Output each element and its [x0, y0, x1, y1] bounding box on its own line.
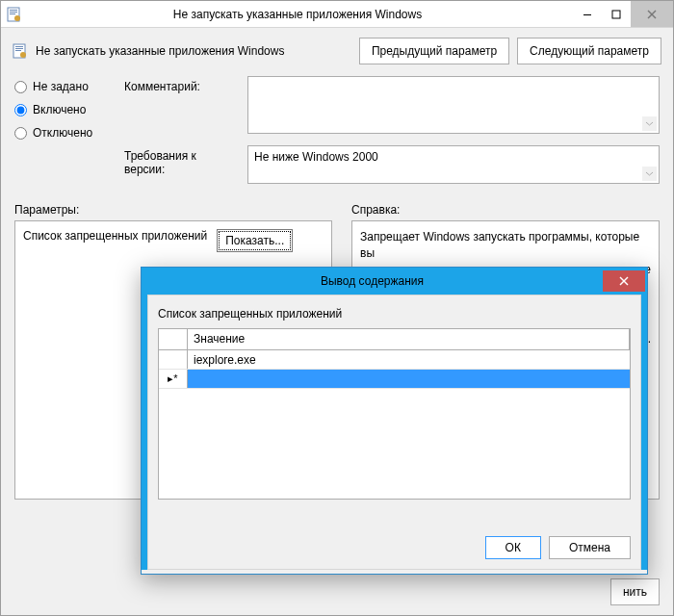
- radio-not-configured-label: Не задано: [33, 80, 89, 93]
- svg-rect-1: [10, 10, 17, 11]
- grid-header: Значение: [159, 329, 630, 350]
- comment-label: Комментарий:: [124, 76, 236, 93]
- params-caption: Список запрещенных приложений: [23, 229, 207, 243]
- grid-rowhead-corner: [159, 329, 188, 349]
- svg-rect-10: [15, 46, 23, 47]
- cancel-button[interactable]: Отмена: [549, 536, 631, 559]
- apply-button[interactable]: нить: [610, 578, 660, 605]
- svg-rect-2: [10, 12, 17, 13]
- policy-icon: [7, 7, 22, 22]
- svg-rect-5: [583, 14, 591, 15]
- radio-disabled[interactable]: Отключено: [14, 126, 111, 140]
- policy-header-icon: [13, 43, 28, 59]
- show-contents-dialog: Вывод содержания Список запрещенных прил…: [141, 267, 648, 575]
- prev-setting-button[interactable]: Предыдущий параметр: [359, 38, 509, 64]
- close-button[interactable]: [631, 1, 673, 27]
- radio-not-configured-input[interactable]: [14, 81, 27, 93]
- fields-column: Комментарий: Требования к версии: Не ниж…: [124, 76, 660, 195]
- radio-disabled-input[interactable]: [14, 127, 27, 140]
- maximize-button[interactable]: [602, 1, 631, 27]
- window-title: Не запускать указанные приложения Window…: [22, 8, 573, 21]
- comment-textarea[interactable]: [247, 76, 660, 134]
- svg-rect-12: [15, 50, 21, 51]
- dialog-buttons: ОК Отмена: [485, 536, 631, 559]
- svg-rect-6: [612, 11, 620, 18]
- ok-button[interactable]: ОК: [485, 536, 541, 559]
- policy-header: Не запускать указанные приложения Window…: [1, 28, 673, 74]
- params-label: Параметры:: [14, 203, 332, 217]
- values-grid[interactable]: Значение iexplore.exe ▸*: [158, 328, 631, 500]
- row-value[interactable]: iexplore.exe: [188, 350, 630, 369]
- show-list-button[interactable]: Показать...: [217, 229, 293, 252]
- row-marker: [159, 350, 188, 369]
- radio-enabled-input[interactable]: [14, 104, 27, 116]
- svg-rect-3: [10, 13, 15, 14]
- help-text-line: Запрещает Windows запускать программы, к…: [360, 229, 651, 262]
- radio-not-configured[interactable]: Не задано: [14, 80, 111, 93]
- policy-header-label: Не запускать указанные приложения Window…: [36, 44, 284, 58]
- window-controls: [573, 1, 673, 27]
- svg-rect-11: [15, 48, 23, 49]
- table-row[interactable]: iexplore.exe: [159, 350, 630, 370]
- dialog-title: Вывод содержания: [142, 274, 603, 288]
- radio-enabled[interactable]: Включено: [14, 103, 111, 116]
- policy-body: Не задано Включено Отключено Комментарий…: [1, 74, 673, 195]
- grid-column-value: Значение: [188, 329, 630, 349]
- dialog-subtitle: Список запрещенных приложений: [148, 295, 640, 328]
- minimize-button[interactable]: [573, 1, 602, 27]
- state-radio-group: Не задано Включено Отключено: [14, 76, 111, 195]
- radio-disabled-label: Отключено: [33, 126, 92, 140]
- version-value: Не ниже Windows 2000: [254, 150, 378, 164]
- row-marker: ▸*: [159, 370, 188, 388]
- svg-point-13: [20, 52, 26, 58]
- svg-point-4: [14, 15, 20, 21]
- scroll-down-icon[interactable]: [642, 167, 657, 181]
- table-row[interactable]: ▸*: [159, 370, 630, 389]
- dialog-body: Список запрещенных приложений Значение i…: [147, 295, 641, 570]
- radio-enabled-label: Включено: [33, 103, 86, 116]
- version-label: Требования к версии:: [124, 145, 236, 176]
- scroll-down-icon[interactable]: [642, 116, 657, 131]
- version-textarea: Не ниже Windows 2000: [247, 145, 660, 184]
- titlebar: Не запускать указанные приложения Window…: [1, 1, 673, 28]
- dialog-close-button[interactable]: [603, 270, 645, 292]
- help-label: Справка:: [351, 203, 660, 217]
- footer-buttons: нить: [610, 578, 660, 605]
- next-setting-button[interactable]: Следующий параметр: [517, 38, 661, 64]
- dialog-titlebar: Вывод содержания: [142, 268, 647, 295]
- row-value[interactable]: [188, 370, 630, 388]
